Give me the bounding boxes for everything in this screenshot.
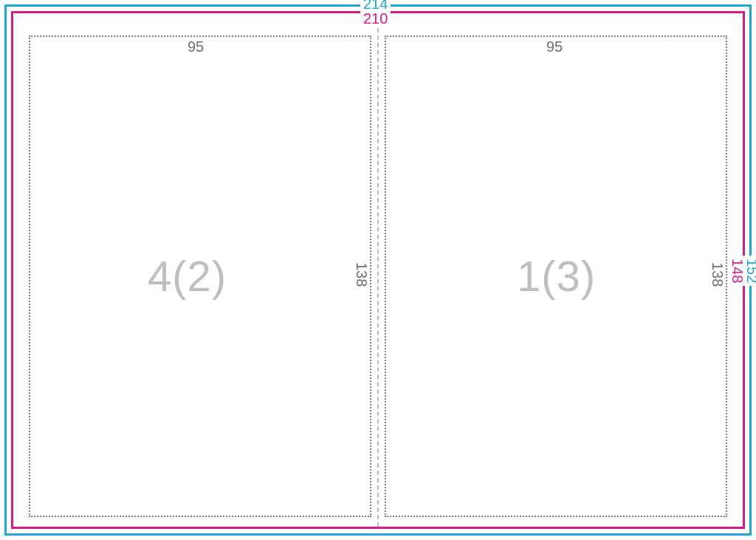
print-template: 4(2) 1(3) 95 95 138 138 214 210 152 148	[0, 0, 756, 540]
panel-label-right: 1(3)	[517, 251, 596, 301]
fold-line	[377, 13, 379, 527]
safe-height-right: 138	[709, 262, 726, 287]
trim-height-label: 148	[729, 256, 746, 286]
safe-width-right: 95	[546, 38, 563, 55]
safe-height-left: 138	[353, 262, 370, 287]
trim-width-label: 210	[360, 10, 391, 27]
panel-label-left: 4(2)	[148, 251, 227, 301]
safe-width-left: 95	[188, 38, 204, 55]
